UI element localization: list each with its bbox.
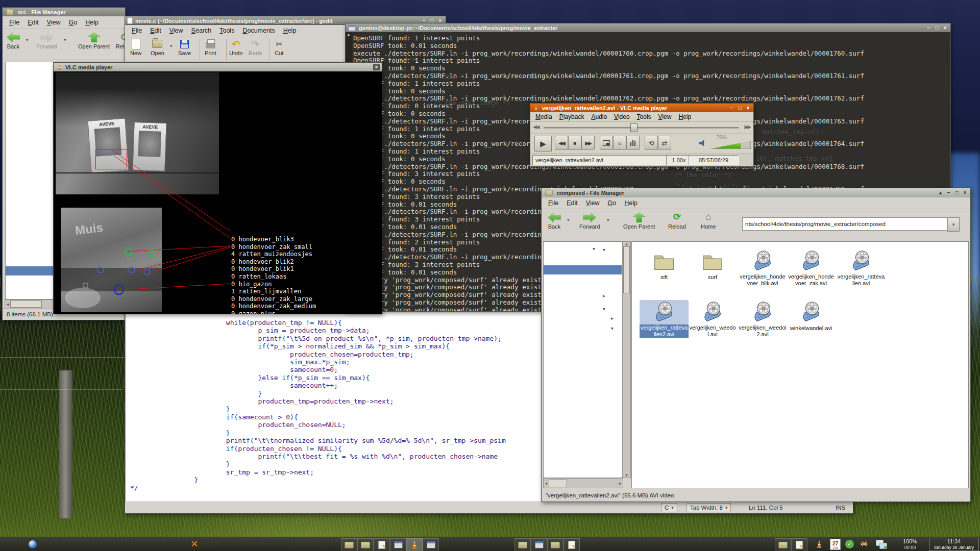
- seek-groove[interactable]: [544, 127, 739, 129]
- scroll-down-icon[interactable]: ▾: [625, 473, 627, 478]
- reload-button[interactable]: ⟳ Reload: [668, 211, 686, 230]
- loop-button[interactable]: ⟲: [645, 136, 658, 150]
- menu-edit[interactable]: Edit: [563, 198, 581, 208]
- scroll-thumb[interactable]: [623, 246, 630, 293]
- window-vlc-player[interactable]: vergelijken_rattevallen2.avi - VLC media…: [530, 103, 754, 167]
- expander-icon[interactable]: ▾: [593, 246, 595, 252]
- print-button[interactable]: Print: [205, 39, 216, 56]
- file-item[interactable]: winkelwandel.avi: [787, 300, 836, 332]
- src-fm-titlebar[interactable]: src - File Manager: [3, 8, 125, 16]
- volume-speaker-icon[interactable]: [699, 140, 706, 146]
- maximize-icon[interactable]: □: [953, 190, 960, 196]
- file-item[interactable]: vergelijken_hondevoer_zak.avi: [787, 249, 836, 287]
- forward-dropdown-icon[interactable]: ▾: [64, 37, 66, 42]
- task-button-terminal[interactable]: [423, 538, 439, 551]
- shade-icon[interactable]: ▴: [937, 190, 944, 196]
- forward-dropdown-icon[interactable]: ▾: [607, 217, 609, 222]
- menu-view[interactable]: View: [655, 113, 675, 121]
- window-vlc-video[interactable]: VLC media player × AVEVE AVEVE Muis 0 ho…: [53, 62, 382, 314]
- menu-media[interactable]: Media: [532, 113, 555, 121]
- xchat-launcher[interactable]: ✕: [191, 539, 198, 549]
- tray-messenger[interactable]: [876, 539, 887, 549]
- expander-icon[interactable]: ▸: [603, 293, 605, 298]
- next-button[interactable]: ▶▶: [581, 136, 595, 150]
- back-dropdown-icon[interactable]: ▾: [26, 37, 29, 42]
- menu-edit[interactable]: Edit: [24, 18, 42, 27]
- seek-thumb[interactable]: [630, 123, 638, 132]
- task-button-gedit[interactable]: [564, 538, 580, 551]
- task-button-folder[interactable]: [547, 538, 564, 551]
- task-button-terminal[interactable]: [531, 538, 547, 551]
- menu-playback[interactable]: Playback: [556, 113, 587, 121]
- maximize-icon[interactable]: □: [737, 105, 743, 111]
- menu-view[interactable]: View: [166, 26, 187, 35]
- fullscreen-button[interactable]: [600, 136, 613, 150]
- composed-fm-file-pane[interactable]: sift surf vergelijken_hondevoer_blik.avi…: [631, 241, 969, 488]
- task-button-gedit[interactable]: [374, 538, 390, 551]
- menu-view[interactable]: View: [43, 18, 64, 27]
- scroll-right-icon[interactable]: ▸: [618, 481, 623, 486]
- scroll-up-icon[interactable]: ▴: [625, 242, 627, 246]
- close-icon[interactable]: ×: [942, 25, 948, 31]
- window-composed-file-manager[interactable]: composed - File Manager ▴−□× File Edit V…: [541, 188, 971, 502]
- menu-tools[interactable]: Tools: [634, 113, 654, 121]
- task-button-terminal[interactable]: [390, 538, 406, 551]
- close-icon[interactable]: ×: [373, 64, 380, 70]
- vlc-player-titlebar[interactable]: vergelijken_rattevallen2.avi - VLC media…: [530, 104, 753, 112]
- tray-xchat[interactable]: ✕chat: [861, 539, 868, 549]
- media-title-field[interactable]: vergelijken_rattevallen2.avi: [532, 155, 669, 165]
- file-item[interactable]: surf: [688, 249, 737, 281]
- composed-fm-tree-pane[interactable]: ▾ ▾ ▸ ▾ ▸ ▾: [543, 241, 623, 478]
- tray-vlc[interactable]: [816, 539, 823, 549]
- save-button[interactable]: Save: [178, 39, 191, 56]
- menu-help[interactable]: Help: [280, 26, 300, 35]
- launcher-button[interactable]: [29, 539, 37, 549]
- close-icon[interactable]: ×: [745, 105, 751, 111]
- new-button[interactable]: New: [130, 39, 141, 56]
- menu-video[interactable]: Video: [611, 113, 632, 121]
- forward-button[interactable]: Forward: [36, 32, 57, 49]
- scroll-thumb[interactable]: [549, 480, 567, 487]
- menu-help[interactable]: Help: [82, 18, 102, 27]
- clock[interactable]: 11:34 Saturday 28 January: [929, 538, 979, 551]
- file-item-selected[interactable]: vergelijken_rattevallen2.avi: [640, 300, 689, 338]
- file-item[interactable]: vergelijken_hondevoer_blik.avi: [738, 249, 787, 287]
- tray-skype[interactable]: ✓: [845, 539, 854, 549]
- minimize-icon[interactable]: −: [945, 190, 952, 196]
- menu-go[interactable]: Go: [604, 198, 620, 208]
- cut-button[interactable]: ✂ Cut: [274, 39, 284, 56]
- tray-calendar[interactable]: 27 JAN: [830, 539, 841, 549]
- open-parent-button[interactable]: Open Parent: [78, 32, 110, 49]
- menu-help[interactable]: Help: [621, 198, 641, 208]
- taskbar[interactable]: ✕ 27 JAN ✓ ✕chat 100% 00:00 11:34 Saturd…: [0, 537, 980, 551]
- tree-selected-item[interactable]: [544, 265, 622, 274]
- tree-vscrollbar[interactable]: ▴ ▾: [622, 241, 631, 478]
- back-button[interactable]: Back: [548, 212, 561, 230]
- shuffle-button[interactable]: ⇄: [658, 136, 671, 150]
- open-parent-button[interactable]: Open Parent: [623, 212, 655, 230]
- menu-file[interactable]: File: [6, 18, 23, 27]
- vlc-video-canvas[interactable]: AVEVE AVEVE Muis 0 hondevoer_blik3 0 hon…: [54, 71, 382, 314]
- close-icon[interactable]: ×: [962, 190, 968, 196]
- minimize-icon[interactable]: −: [728, 105, 735, 111]
- stop-button[interactable]: ■: [568, 136, 581, 150]
- open-dropdown-icon[interactable]: ▾: [170, 43, 173, 48]
- menu-audio[interactable]: Audio: [588, 113, 610, 121]
- expander-icon[interactable]: ▾: [611, 325, 614, 331]
- file-item[interactable]: vergelijken_weedol.avi: [688, 300, 737, 338]
- location-dropdown-button[interactable]: ▾: [947, 217, 960, 232]
- menu-help[interactable]: Help: [675, 113, 694, 121]
- back-dropdown-icon[interactable]: ▾: [567, 217, 570, 222]
- home-button[interactable]: ⌂ Home: [701, 211, 716, 230]
- playlist-button[interactable]: ≡: [613, 136, 626, 150]
- task-button-folder[interactable]: [514, 538, 531, 551]
- task-button-folder[interactable]: [341, 538, 357, 551]
- undo-button[interactable]: ↶ Undo: [229, 39, 242, 56]
- scroll-thumb[interactable]: [10, 300, 42, 308]
- playback-rate[interactable]: 1.00x: [666, 155, 692, 165]
- menu-file[interactable]: File: [128, 26, 145, 35]
- open-button[interactable]: Open: [151, 39, 164, 56]
- previous-button[interactable]: ◀◀: [555, 136, 568, 150]
- vlc-video-titlebar[interactable]: VLC media player ×: [54, 63, 382, 71]
- menu-tools[interactable]: Tools: [216, 26, 238, 35]
